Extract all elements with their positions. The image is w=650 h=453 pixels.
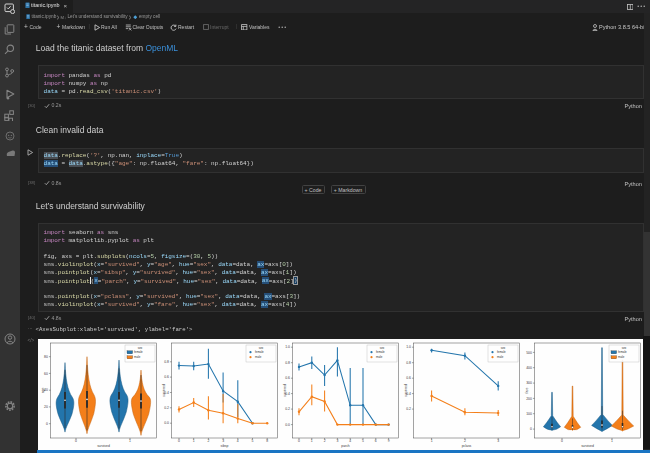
svg-text:0.8: 0.8 <box>285 360 290 364</box>
svg-text:40: 40 <box>44 388 48 392</box>
svg-text:2: 2 <box>207 439 209 443</box>
svg-text:pclass: pclass <box>462 444 472 448</box>
svg-text:female: female <box>255 350 264 354</box>
svg-text:9: 9 <box>388 439 390 443</box>
svg-text:survived: survived <box>404 384 408 397</box>
svg-text:60: 60 <box>44 371 48 375</box>
svg-text:0.2: 0.2 <box>406 407 411 411</box>
svg-text:1: 1 <box>311 439 313 443</box>
svg-text:male: male <box>618 355 625 359</box>
svg-text:5: 5 <box>252 439 254 443</box>
svg-text:sex: sex <box>138 346 143 350</box>
svg-text:male: male <box>134 355 141 359</box>
svg-text:200: 200 <box>526 396 532 400</box>
svg-text:1: 1 <box>431 439 433 443</box>
svg-text:0.6: 0.6 <box>406 376 411 380</box>
svg-text:female: female <box>618 350 627 354</box>
svg-text:2: 2 <box>324 439 326 443</box>
svg-text:100: 100 <box>526 411 532 415</box>
svg-text:1: 1 <box>611 439 613 443</box>
svg-text:0.6: 0.6 <box>164 375 169 379</box>
svg-text:3: 3 <box>336 439 338 443</box>
svg-text:0.0: 0.0 <box>164 421 169 425</box>
svg-text:80: 80 <box>44 354 48 358</box>
svg-text:0.2: 0.2 <box>285 407 290 411</box>
svg-text:1: 1 <box>129 439 131 443</box>
svg-text:survived: survived <box>581 444 594 448</box>
svg-text:0: 0 <box>298 439 300 443</box>
svg-text:female: female <box>134 350 143 354</box>
svg-text:1.0: 1.0 <box>285 345 290 349</box>
svg-text:4: 4 <box>237 439 239 443</box>
svg-text:sibsp: sibsp <box>221 444 229 448</box>
svg-text:0.8: 0.8 <box>406 360 411 364</box>
svg-text:survived: survived <box>97 444 110 448</box>
svg-text:survived: survived <box>162 384 166 397</box>
svg-text:400: 400 <box>526 365 532 369</box>
svg-text:3: 3 <box>497 439 499 443</box>
svg-text:6: 6 <box>375 439 377 443</box>
svg-text:male: male <box>497 355 504 359</box>
svg-text:3: 3 <box>222 439 224 443</box>
svg-text:survived: survived <box>283 384 287 397</box>
svg-text:0: 0 <box>46 421 48 425</box>
svg-text:fare: fare <box>525 387 529 393</box>
svg-text:2: 2 <box>464 439 466 443</box>
svg-text:1: 1 <box>193 439 195 443</box>
svg-text:sex: sex <box>501 346 506 350</box>
svg-text:0.2: 0.2 <box>164 406 169 410</box>
svg-text:male: male <box>376 355 383 359</box>
svg-text:age: age <box>41 387 45 393</box>
svg-text:sex: sex <box>380 346 385 350</box>
svg-text:sex: sex <box>259 346 264 350</box>
svg-text:0: 0 <box>561 439 563 443</box>
svg-text:5: 5 <box>362 439 364 443</box>
svg-text:500: 500 <box>526 350 532 354</box>
svg-text:male: male <box>255 355 262 359</box>
svg-text:parch: parch <box>341 444 350 448</box>
svg-text:0.6: 0.6 <box>285 376 290 380</box>
svg-text:20: 20 <box>44 405 48 409</box>
svg-text:300: 300 <box>526 381 532 385</box>
svg-text:1.0: 1.0 <box>406 345 411 349</box>
svg-text:0.0: 0.0 <box>285 422 290 426</box>
svg-text:0.8: 0.8 <box>164 360 169 364</box>
svg-text:0: 0 <box>75 439 77 443</box>
svg-text:0: 0 <box>530 427 532 431</box>
svg-text:sex: sex <box>622 346 627 350</box>
svg-text:female: female <box>497 350 506 354</box>
svg-text:0: 0 <box>178 439 180 443</box>
svg-text:female: female <box>376 350 385 354</box>
svg-text:4: 4 <box>349 439 351 443</box>
svg-text:8: 8 <box>266 439 268 443</box>
